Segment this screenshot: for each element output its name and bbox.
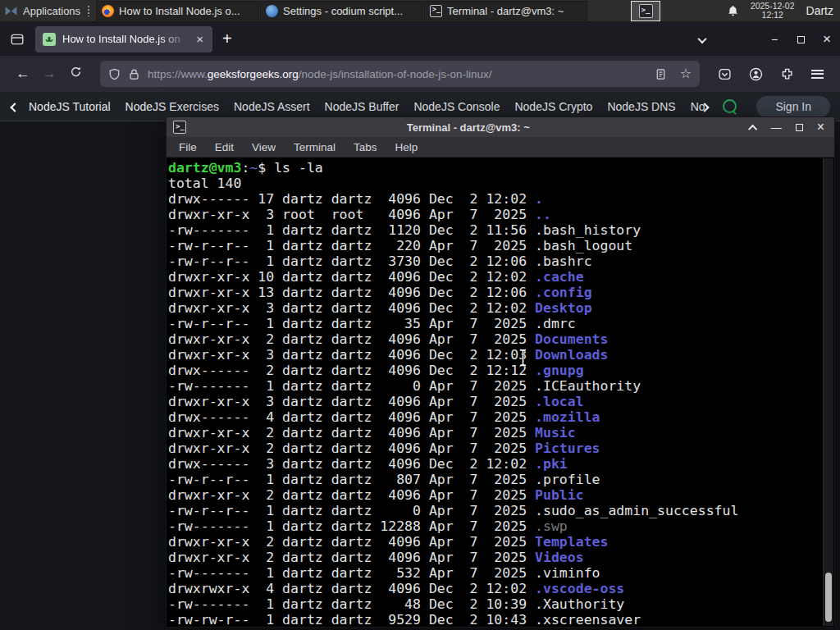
file-name: .config: [535, 285, 592, 300]
file-meta: drwx------ 4 dartz dartz 4096 Apr 7 2025: [168, 409, 535, 425]
close-button[interactable]: ×: [817, 120, 824, 135]
terminal-output-line: -rw-r--r-- 1 dartz dartz 220 Apr 7 2025 …: [168, 238, 823, 253]
tracking-shield-icon[interactable]: [108, 68, 121, 80]
terminal-output-line: drwx------ 4 dartz dartz 4096 Apr 7 2025…: [168, 409, 823, 425]
search-icon[interactable]: [723, 99, 737, 113]
ibeam-cursor: [518, 348, 528, 368]
reader-mode-icon[interactable]: [655, 68, 667, 80]
terminal-output-line: drwxr-xr-x 10 dartz dartz 4096 Dec 2 12:…: [168, 269, 823, 285]
tab-close-icon[interactable]: ×: [194, 32, 205, 46]
file-name: Videos: [535, 550, 584, 565]
back-button[interactable]: ←: [10, 66, 36, 82]
terminal-menu-terminal[interactable]: Terminal: [285, 141, 345, 153]
terminal-menu-file[interactable]: File: [170, 141, 206, 153]
terminal-output[interactable]: dartz@vm3:~$ ls -latotal 140drwx------ 1…: [167, 158, 823, 626]
reload-icon: [70, 66, 82, 78]
maximize-button[interactable]: [796, 121, 803, 134]
terminal-output-line: drwxr-xr-x 3 dartz dartz 4096 Dec 2 12:0…: [168, 300, 823, 316]
clock[interactable]: 2025-12-0212:12: [751, 2, 795, 20]
forward-button[interactable]: →: [36, 66, 62, 82]
extensions-icon[interactable]: [780, 67, 794, 81]
list-all-tabs-button[interactable]: [689, 33, 715, 46]
chevron-left-icon: [10, 103, 19, 112]
terminal-window: Terminal - dartz@vm3: ~ — × FileEditView…: [166, 116, 835, 628]
file-name: Public: [535, 487, 584, 503]
terminal-title: Terminal - dartz@vm3: ~: [193, 121, 744, 134]
maximize-button[interactable]: [788, 33, 814, 46]
firefox-view-icon[interactable]: [10, 32, 25, 47]
terminal-menu-help[interactable]: Help: [386, 141, 427, 153]
file-meta: -rw------- 1 dartz dartz 0 Apr 7 2025: [168, 378, 535, 394]
account-icon[interactable]: [749, 67, 763, 81]
site-nav-items: NodeJS TutorialNodeJS ExercisesNodeJS As…: [21, 100, 705, 113]
terminal-output-line: -rw------- 1 dartz dartz 12288 Apr 7 202…: [168, 518, 823, 534]
applications-label: Applications: [23, 5, 80, 17]
notifications-button[interactable]: [727, 5, 739, 17]
scrollbar-thumb[interactable]: [825, 573, 832, 622]
file-meta: drwxr-xr-x 2 dartz dartz 4096 Apr 7 2025: [168, 425, 535, 441]
url-bar[interactable]: https://www.geeksforgeeks.org/node-js/in…: [100, 61, 700, 87]
browser-tab-active[interactable]: How to Install Node.js on ×: [35, 26, 212, 52]
file-name: .vscode-oss: [535, 581, 624, 596]
shade-button[interactable]: [751, 121, 757, 134]
prompt-user-host: dartz@vm3: [168, 160, 241, 176]
file-name: .bash_history: [535, 222, 641, 238]
file-meta: -rw------- 1 dartz dartz 48 Dec 2 10:39: [168, 596, 535, 612]
terminal-menu-edit[interactable]: Edit: [206, 141, 243, 153]
file-name: .Xauthority: [535, 596, 624, 612]
terminal-output-line: -rw------- 1 dartz dartz 532 Apr 7 2025 …: [168, 565, 823, 581]
taskbar-window-button[interactable]: Settings - codium script...: [260, 1, 423, 21]
pocket-icon[interactable]: [718, 67, 732, 81]
terminal-output-line: drwxr-xr-x 3 root root 4096 Apr 7 2025 .…: [168, 207, 823, 222]
chevron-down-icon: [697, 34, 706, 43]
site-nav-item[interactable]: NodeJS Console: [406, 100, 507, 113]
file-name: .dmrc: [535, 316, 576, 331]
close-button[interactable]: ×: [814, 31, 840, 48]
lock-icon[interactable]: [128, 68, 140, 80]
reload-button[interactable]: [62, 66, 89, 82]
minimize-button[interactable]: —: [771, 121, 782, 134]
sign-in-button[interactable]: Sign In: [756, 96, 830, 117]
terminal-scrollbar[interactable]: [823, 158, 833, 626]
file-meta: drwxr-xr-x 10 dartz dartz 4096 Dec 2 12:…: [168, 269, 535, 285]
file-name: Pictures: [535, 441, 600, 456]
terminal-output-line: drwx------ 2 dartz dartz 4096 Dec 2 12:1…: [168, 363, 823, 378]
taskbar-window-buttons: How to Install Node.js o...Settings - co…: [96, 0, 588, 21]
file-meta: drwxr-xr-x 2 dartz dartz 4096 Apr 7 2025: [168, 441, 535, 456]
file-name: .swp: [535, 518, 568, 534]
file-meta: drwxr-xr-x 2 dartz dartz 4096 Apr 7 2025: [168, 534, 535, 550]
site-nav-item[interactable]: NodeJS Crypto: [507, 100, 600, 113]
nav-scroll-right-button[interactable]: [701, 100, 708, 113]
terminal-output-line: -rw------- 1 dartz dartz 1120 Dec 2 11:5…: [168, 222, 823, 238]
taskbar-window-button[interactable]: Terminal - dartz@vm3: ~: [424, 1, 587, 21]
terminal-window-controls: — ×: [751, 120, 828, 135]
menu-icon[interactable]: [811, 70, 824, 79]
site-nav-item[interactable]: NodeJS Buffer: [317, 100, 407, 113]
bookmark-star-icon[interactable]: ☆: [680, 67, 692, 80]
url-actions: ☆: [655, 67, 692, 80]
terminal-titlebar[interactable]: Terminal - dartz@vm3: ~ — ×: [167, 117, 834, 137]
file-name: .mozilla: [535, 409, 600, 425]
site-nav-item[interactable]: NodeJS Assert: [226, 100, 317, 113]
site-nav-item[interactable]: NodeJS DNS: [600, 100, 682, 113]
user-menu[interactable]: Dartz: [806, 4, 833, 17]
terminal-output-line: drwxr-xr-x 2 dartz dartz 4096 Apr 7 2025…: [168, 441, 823, 456]
window-switcher-terminal-icon[interactable]: [631, 1, 660, 21]
terminal-menu-tabs[interactable]: Tabs: [345, 141, 386, 153]
taskbar-window-title: Terminal - dartz@vm3: ~: [447, 5, 564, 17]
minimize-button[interactable]: −: [761, 33, 788, 46]
site-nav-item[interactable]: NodeJS Exercises: [118, 100, 226, 113]
nav-scroll-left-button[interactable]: [11, 100, 18, 113]
file-meta: drwx------ 3 dartz dartz 4096 Dec 2 12:0…: [168, 456, 535, 472]
new-tab-button[interactable]: +: [222, 30, 232, 48]
maximize-icon: [797, 36, 805, 43]
file-name: .ICEauthority: [535, 378, 641, 394]
terminal-output-line: -rw-r--r-- 1 dartz dartz 0 Apr 7 2025 .s…: [168, 503, 823, 518]
taskbar-window-button[interactable]: How to Install Node.js o...: [96, 1, 259, 21]
taskbar-window-title: How to Install Node.js o...: [119, 5, 240, 17]
applications-menu[interactable]: Applications: [0, 0, 96, 21]
file-name: .cache: [535, 269, 584, 285]
file-name: .xscreensaver: [535, 612, 641, 626]
terminal-menu-view[interactable]: View: [243, 141, 285, 153]
site-nav-item[interactable]: NodeJS Tutorial: [21, 100, 118, 113]
